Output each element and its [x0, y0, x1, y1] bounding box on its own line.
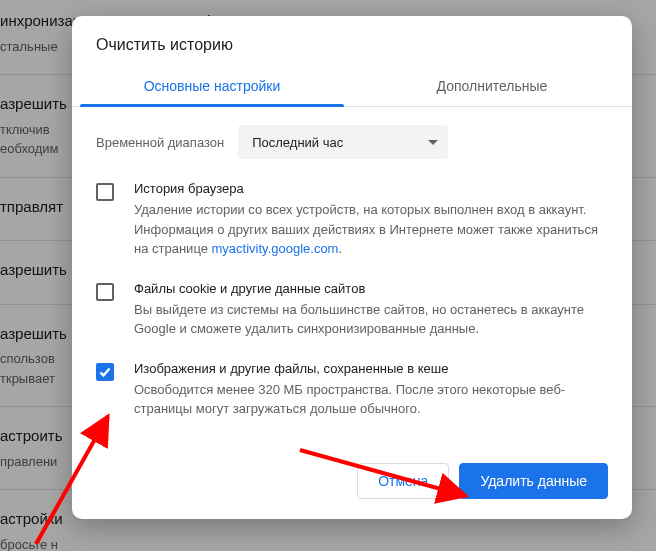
- chevron-down-icon: [428, 140, 438, 145]
- tab-advanced[interactable]: Дополнительные: [352, 68, 632, 106]
- option-desc-browsing-history: Удаление истории со всех устройств, на к…: [134, 200, 608, 259]
- clear-data-button[interactable]: Удалить данные: [459, 463, 608, 499]
- checkbox-cached-images[interactable]: [96, 363, 114, 381]
- cancel-button[interactable]: Отмена: [357, 463, 449, 499]
- checkbox-cookies[interactable]: [96, 283, 114, 301]
- option-desc-cached-images: Освободится менее 320 МБ пространства. П…: [134, 380, 608, 419]
- dialog-title: Очистить историю: [72, 16, 632, 68]
- myactivity-link[interactable]: myactivity.google.com: [212, 241, 339, 256]
- time-range-select[interactable]: Последний час: [238, 125, 448, 159]
- checkbox-browsing-history[interactable]: [96, 183, 114, 201]
- option-title-cached-images: Изображения и другие файлы, сохраненные …: [134, 361, 608, 376]
- option-title-cookies: Файлы cookie и другие данные сайтов: [134, 281, 608, 296]
- time-range-value: Последний час: [252, 135, 343, 150]
- dialog-tabs: Основные настройки Дополнительные: [72, 68, 632, 107]
- option-desc-cookies: Вы выйдете из системы на большинстве сай…: [134, 300, 608, 339]
- clear-browsing-data-dialog: Очистить историю Основные настройки Допо…: [72, 16, 632, 519]
- time-range-label: Временной диапазон: [96, 135, 224, 150]
- option-title-browsing-history: История браузера: [134, 181, 608, 196]
- tab-basic[interactable]: Основные настройки: [72, 68, 352, 106]
